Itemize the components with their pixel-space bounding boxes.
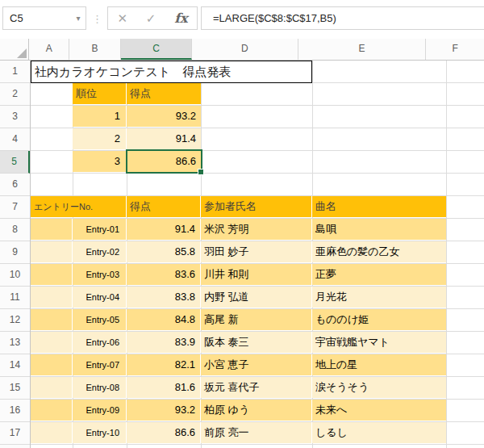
cell-a[interactable] [31, 377, 73, 398]
entry-header-name[interactable]: 参加者氏名 [201, 196, 312, 217]
entry-header-score[interactable]: 得点 [127, 196, 201, 217]
cell-a[interactable] [31, 422, 73, 443]
rank-cell[interactable]: 3 [73, 151, 127, 172]
song-cell[interactable]: もののけ姫 [312, 309, 446, 330]
score-cell[interactable]: 83.9 [127, 332, 201, 353]
cell-a5[interactable] [31, 151, 73, 172]
entry-no-cell[interactable]: Entry-03 [73, 264, 127, 285]
song-cell[interactable]: 正夢 [312, 264, 446, 285]
score-cell[interactable]: 93.2 [127, 400, 201, 421]
song-cell[interactable]: しるし [312, 422, 446, 443]
name-box[interactable]: C5 ▾ [2, 6, 86, 30]
row-header-1[interactable]: 1 [0, 61, 30, 83]
selected-cell-outline[interactable] [126, 149, 202, 174]
name-cell[interactable]: 小宮 恵子 [201, 354, 312, 375]
cell-a[interactable] [31, 400, 73, 421]
rank-header-rank[interactable]: 順位 [73, 83, 127, 104]
worksheet-grid[interactable]: 社内カラオケコンテスト 得点発表 順位 得点 1 93.2 2 91.4 3 8… [31, 61, 484, 448]
name-cell[interactable]: 内野 弘道 [201, 287, 312, 308]
row-header-15[interactable]: 15 [0, 377, 30, 400]
cell-a[interactable] [31, 241, 73, 262]
song-cell[interactable]: 涙そうそう [312, 377, 446, 398]
cell-a[interactable] [31, 287, 73, 308]
song-cell[interactable]: 島唄 [312, 219, 446, 240]
name-cell[interactable]: 米沢 芳明 [201, 219, 312, 240]
score-cell[interactable]: 86.6 [127, 422, 201, 443]
name-cell[interactable]: 前原 亮一 [201, 422, 312, 443]
row-header-16[interactable]: 16 [0, 400, 30, 422]
cell-a2[interactable] [31, 83, 73, 104]
cancel-icon[interactable]: ✕ [117, 11, 127, 26]
score-cell[interactable]: 82.1 [127, 354, 201, 375]
entry-header-song[interactable]: 曲名 [312, 196, 446, 217]
column-header-b[interactable]: B [69, 39, 121, 60]
name-cell[interactable]: 高尾 新 [201, 309, 312, 330]
row-header-4[interactable]: 4 [0, 128, 30, 151]
score-cell[interactable]: 81.6 [127, 377, 201, 398]
name-cell[interactable]: 羽田 妙子 [201, 241, 312, 262]
cell-a4[interactable] [31, 128, 73, 149]
entry-no-cell[interactable]: Entry-02 [73, 241, 127, 262]
cell-a[interactable] [31, 264, 73, 285]
score-cell[interactable]: 91.4 [127, 219, 201, 240]
entry-row: Entry-01 91.4 米沢 芳明 島唄 [31, 219, 446, 240]
entry-no-cell[interactable]: Entry-08 [73, 377, 127, 398]
score-cell[interactable]: 85.8 [127, 241, 201, 262]
row-header-2[interactable]: 2 [0, 83, 30, 106]
entry-no-cell[interactable]: Entry-09 [73, 400, 127, 421]
song-cell[interactable]: 地上の星 [312, 354, 446, 375]
entry-no-cell[interactable]: Entry-01 [73, 219, 127, 240]
rank-header-score[interactable]: 得点 [127, 83, 201, 104]
row-header-5[interactable]: 5 [0, 151, 30, 174]
row-header-17[interactable]: 17 [0, 422, 30, 445]
row-header-3[interactable]: 3 [0, 106, 30, 128]
cell-a[interactable] [31, 219, 73, 240]
score-cell[interactable]: 84.8 [127, 309, 201, 330]
row-header-14[interactable]: 14 [0, 354, 30, 377]
song-cell[interactable]: 月光花 [312, 287, 446, 308]
song-cell[interactable]: 未来へ [312, 400, 446, 421]
rank-cell[interactable]: 1 [73, 106, 127, 127]
song-cell[interactable]: 亜麻色の髪の乙女 [312, 241, 446, 262]
cell-a[interactable] [31, 332, 73, 353]
column-header-e[interactable]: E [298, 39, 427, 60]
row-header-10[interactable]: 10 [0, 264, 30, 287]
row-header-11[interactable]: 11 [0, 287, 30, 309]
song-cell[interactable]: 宇宙戦艦ヤマト [312, 332, 446, 353]
cell-a[interactable] [31, 309, 73, 330]
select-all-corner[interactable] [0, 39, 29, 60]
row-header-6[interactable]: 6 [0, 174, 30, 196]
enter-icon[interactable]: ✓ [146, 11, 156, 26]
rank-score-cell[interactable]: 91.4 [127, 128, 201, 149]
row-header-9[interactable]: 9 [0, 241, 30, 264]
entry-no-cell[interactable]: Entry-05 [73, 309, 127, 330]
row-header-8[interactable]: 8 [0, 219, 30, 241]
row-header-7[interactable]: 7 [0, 196, 30, 219]
rank-score-cell[interactable]: 93.2 [127, 106, 201, 127]
fill-handle[interactable] [198, 169, 204, 175]
entry-header-no[interactable]: エントリーNo. [31, 196, 127, 217]
column-header-d[interactable]: D [192, 39, 298, 60]
entry-no-cell[interactable]: Entry-10 [73, 422, 127, 443]
cell-a[interactable] [31, 354, 73, 375]
sheet-title-cell[interactable]: 社内カラオケコンテスト 得点発表 [31, 61, 312, 83]
entry-no-cell[interactable]: Entry-06 [73, 332, 127, 353]
name-cell[interactable]: 坂元 喜代子 [201, 377, 312, 398]
formula-input[interactable]: =LARGE($C$8:$C$17,B5) [201, 6, 484, 30]
row-header-12[interactable]: 12 [0, 309, 30, 332]
rank-cell[interactable]: 2 [73, 128, 127, 149]
score-cell[interactable]: 83.8 [127, 287, 201, 308]
name-box-dropdown-icon[interactable]: ▾ [71, 14, 86, 23]
row-header-13[interactable]: 13 [0, 332, 30, 354]
score-cell[interactable]: 83.6 [127, 264, 201, 285]
insert-function-icon[interactable]: fx [174, 10, 187, 26]
entry-no-cell[interactable]: Entry-07 [73, 354, 127, 375]
name-cell[interactable]: 阪本 泰三 [201, 332, 312, 353]
name-cell[interactable]: 川井 和則 [201, 264, 312, 285]
entry-no-cell[interactable]: Entry-04 [73, 287, 127, 308]
cell-a3[interactable] [31, 106, 73, 127]
column-header-f[interactable]: F [426, 39, 484, 60]
column-header-a[interactable]: A [29, 39, 69, 60]
name-cell[interactable]: 柏原 ゆう [201, 400, 312, 421]
column-header-c[interactable]: C [121, 39, 192, 60]
